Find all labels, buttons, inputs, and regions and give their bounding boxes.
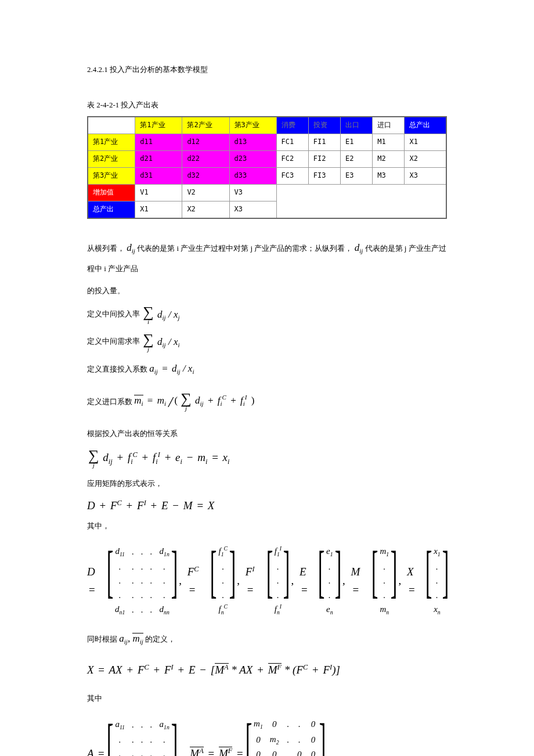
cell: d22	[182, 150, 229, 167]
text: 的定义，	[145, 635, 175, 643]
th-invest: 投资	[308, 117, 340, 134]
text: 定义进口系数	[87, 397, 132, 406]
cell: FC3	[276, 167, 308, 184]
cell: FI1	[308, 134, 340, 150]
cell: d23	[229, 150, 276, 167]
def-import-coef: 定义进口系数 mi = mi /(∑j dij + fiC + fiI )	[87, 384, 447, 420]
cell: M3	[373, 167, 405, 184]
cell: FI2	[308, 150, 340, 167]
label-M: M =	[351, 563, 372, 599]
th-export: 出口	[341, 117, 373, 134]
cell: d11	[135, 134, 182, 150]
math-aij-mij: aij, mij	[119, 633, 143, 644]
cell: E3	[341, 167, 373, 184]
table-row: 第2产业 d21 d22 d23 FC2 FI2 E2 M2 X2	[88, 150, 446, 167]
row-label: 第1产业	[88, 134, 135, 150]
label-FC: FC =	[187, 563, 211, 599]
def-direct-coef: 定义直接投入系数 aij = dij / xi	[87, 357, 447, 381]
label-MA-MF: MA = MF =	[190, 745, 246, 756]
empty-block	[276, 184, 446, 218]
text: 定义中间需求率	[87, 337, 140, 345]
cell: X2	[182, 201, 229, 218]
cell: FC1	[276, 134, 308, 150]
label-FI: FI =	[246, 563, 267, 599]
th-ind3: 第3产业	[229, 117, 276, 134]
matrix-A: [ a11...a1n ..... ..... ..... an1...ann …	[109, 716, 176, 756]
text: 同时根据	[87, 635, 117, 643]
math-demand-rate: ∑j dij / xi	[142, 336, 179, 347]
row-label: 第2产业	[88, 150, 135, 167]
def-demand-rate: 定义中间需求率 ∑j dij / xi	[87, 330, 447, 354]
math-mbar: mi = mi /(∑j dij + fiC + fiI )	[134, 395, 256, 406]
th-total: 总产出	[405, 117, 446, 134]
th-import: 进口	[373, 117, 405, 134]
def-input-rate: 定义中间投入率 ∑i dij / xj	[87, 303, 447, 327]
text: 定义中间投入率	[87, 309, 140, 318]
para-identity-intro: 根据投入产出表的恒等关系	[87, 424, 447, 442]
text: 定义直接投入系数	[87, 365, 147, 373]
matrix-FC: [ f1C...fnC ]	[212, 543, 234, 619]
eq-identity: ∑j dij + fiC + fiI + ei − mi = xi	[87, 448, 447, 469]
cell: M2	[373, 150, 405, 167]
cell: V1	[135, 184, 182, 201]
cell: d21	[135, 150, 182, 167]
table-header-row: 第1产业 第2产业 第3产业 消费 投资 出口 进口 总产出	[88, 117, 446, 134]
cell: d32	[182, 167, 229, 184]
table-row: 第1产业 d11 d12 d13 FC1 FI1 E1 M1 X1	[88, 134, 446, 150]
cell: FC2	[276, 150, 308, 167]
row-label: 增加值	[88, 184, 135, 201]
cell: X3	[405, 167, 446, 184]
eq-X: X = AX + FC + FI + E − [MA * AX + MF * (…	[87, 663, 447, 678]
math-dij: dij	[127, 242, 135, 253]
row-label: 第3产业	[88, 167, 135, 184]
para-matrix-form: 应用矩阵的形式表示，	[87, 474, 447, 492]
cell: V3	[229, 184, 276, 201]
cell: M1	[373, 134, 405, 150]
matrix-M: [ m1...mn ]	[373, 543, 395, 619]
cell: X1	[405, 134, 446, 150]
cell: X1	[135, 201, 182, 218]
cell: d33	[229, 167, 276, 184]
th-consume: 消费	[276, 117, 308, 134]
th-ind1: 第1产业	[135, 117, 182, 134]
io-table: 第1产业 第2产业 第3产业 消费 投资 出口 进口 总产出 第1产业 d11 …	[87, 116, 447, 219]
cell: d13	[229, 134, 276, 150]
para-where2: 其中	[87, 689, 447, 707]
para-where: 其中，	[87, 517, 447, 535]
matrix-MA: [ m10..0 0m2..0 00.00 000.0 00..mn ]	[247, 715, 324, 756]
cell: X2	[405, 150, 446, 167]
row-label: 总产出	[88, 201, 135, 218]
label-E: E =	[300, 563, 319, 599]
label-A: A =	[87, 745, 107, 756]
table-caption: 表 2-4-2-1 投入产出表	[87, 99, 447, 111]
text: 代表的是第 i 产业生产过程中对第 j 产业产品的需求；从纵列看，	[137, 244, 352, 253]
cell: d31	[135, 167, 182, 184]
matrices-def: D = [ d11...d1n ..... ..... ..... dn1...…	[87, 543, 447, 619]
matrix-D: [ d11...d1n ..... ..... ..... dn1...dnn …	[109, 543, 176, 619]
cell: V2	[182, 184, 229, 201]
matrix-E: [ e1...en ]	[320, 543, 340, 619]
math-aij: aij = dij / xi	[149, 363, 194, 374]
cell: E2	[341, 150, 373, 167]
eq-matrix: D + FC + FI + E − M = X	[87, 498, 447, 513]
label-D: D =	[87, 563, 107, 599]
cell: E1	[341, 134, 373, 150]
label-X: X =	[407, 563, 426, 599]
math-dij: dij	[355, 242, 363, 253]
math-input-rate: ∑i dij / xj	[142, 309, 179, 320]
para-continued: 的投入量。	[87, 282, 447, 300]
para-by-def: 同时根据 aij, mij 的定义，	[87, 627, 447, 651]
th-blank	[88, 117, 135, 134]
section-heading: 2.4.2.1 投入产出分析的基本数学模型	[87, 64, 447, 76]
table-row: 第3产业 d31 d32 d33 FC3 FI3 E3 M3 X3	[88, 167, 446, 184]
cell: d12	[182, 134, 229, 150]
text: 从横列看，	[87, 244, 125, 253]
cell: FI3	[308, 167, 340, 184]
matrices-A-M: A = [ a11...a1n ..... ..... ..... an1...…	[87, 715, 447, 756]
matrix-X: [ x1...xn ]	[427, 543, 447, 619]
th-ind2: 第2产业	[182, 117, 229, 134]
table-row: 增加值 V1 V2 V3	[88, 184, 446, 201]
matrix-FI: [ f1I...fnI ]	[268, 543, 288, 619]
para-row-col: 从横列看， dij 代表的是第 i 产业生产过程中对第 j 产业产品的需求；从纵…	[87, 236, 447, 278]
cell: X3	[229, 201, 276, 218]
